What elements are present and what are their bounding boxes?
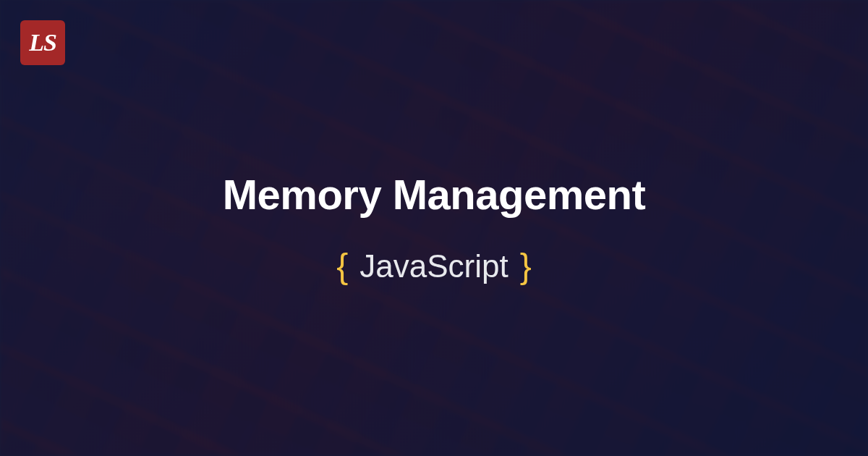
hero-content: Memory Management { JavaScript } bbox=[223, 170, 646, 286]
logo-text: LS bbox=[29, 29, 56, 56]
brace-close-icon: } bbox=[520, 246, 532, 286]
site-logo: LS bbox=[20, 20, 65, 65]
hero-banner: LS Memory Management { JavaScript } bbox=[0, 0, 868, 456]
subtitle-text: JavaScript bbox=[359, 248, 508, 284]
brace-open-icon: { bbox=[336, 246, 348, 286]
page-title: Memory Management bbox=[223, 170, 646, 219]
subtitle-group: { JavaScript } bbox=[336, 246, 531, 286]
